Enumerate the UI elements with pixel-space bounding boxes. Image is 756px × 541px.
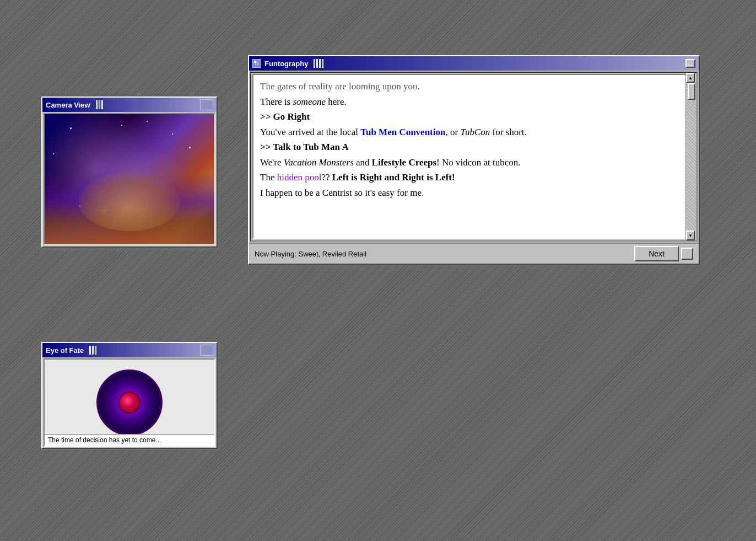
left-right-bold: Left is Right and Right is Left! — [332, 172, 455, 183]
hidden-pool: hidden pool — [277, 172, 322, 183]
next-button[interactable]: Next — [634, 246, 679, 261]
text-line1: The gates of reality are looming upon yo… — [260, 79, 688, 94]
lifestyle-creeps: Lifestyle Creeps — [372, 157, 436, 168]
camera-titlebar-widget — [200, 99, 213, 110]
now-playing-text: Now Playing: Sweet, Reviled Retail — [255, 250, 366, 258]
text-line4: We're Vacation Monsters and Lifestyle Cr… — [260, 156, 688, 170]
titlebar-left: Funtography — [252, 59, 326, 68]
text-line2: There is someone here. — [260, 95, 688, 109]
camera-content — [44, 113, 215, 245]
scrollbar: ▲ ▼ — [685, 73, 696, 240]
scroll-track — [686, 83, 696, 231]
someone-italic: someone — [293, 97, 325, 107]
vacation-monsters: Vacation Monsters — [284, 157, 354, 168]
scroll-up-button[interactable]: ▲ — [686, 73, 695, 83]
camera-window: Camera View — [41, 97, 218, 248]
funtography-statusbar: Now Playing: Sweet, Reviled Retail Next — [249, 243, 699, 264]
titlebar-buttons: ... — [685, 59, 695, 68]
eye-titlebar-widget — [200, 345, 213, 356]
camera-grip — [96, 100, 103, 109]
eye-texture — [98, 371, 161, 434]
text-line3: You've arrived at the local Tub Men Conv… — [260, 125, 688, 140]
text-line6: I happen to be a Centrist so it's easy f… — [260, 186, 688, 200]
titlebar-grip — [314, 59, 323, 68]
scroll-down-button[interactable]: ▼ — [686, 231, 695, 240]
funtography-window: Funtography ... The gates of reality are… — [248, 55, 700, 265]
camera-title: Camera View — [46, 101, 90, 109]
eye-title: Eye of Fate — [46, 346, 84, 355]
eye-grip — [89, 346, 96, 355]
eye-content: The time of decision has yet to come... — [44, 358, 215, 447]
cmd1: >> Go Right — [260, 110, 688, 124]
eye-window: Eye of Fate The time of decision has yet… — [41, 342, 218, 449]
corner-button[interactable] — [681, 248, 693, 260]
eye-titlebar-left: Eye of Fate — [46, 346, 99, 355]
funtography-icon — [252, 59, 261, 68]
camera-titlebar-left: Camera View — [46, 100, 105, 109]
text-line5: The hidden pool?? Left is Right and Righ… — [260, 170, 688, 185]
funtography-content-area: The gates of reality are looming upon yo… — [252, 74, 695, 239]
more-button[interactable]: ... — [685, 59, 695, 68]
central-mass — [79, 173, 181, 231]
camera-stars — [45, 114, 214, 244]
tubcon-italic: TubCon — [460, 127, 490, 137]
eye-caption: The time of decision has yet to come... — [45, 434, 214, 446]
svg-rect-2 — [254, 61, 256, 63]
camera-image — [45, 114, 214, 244]
funtography-text: The gates of reality are looming upon yo… — [260, 79, 688, 200]
funtography-title: Funtography — [264, 60, 308, 68]
funtography-titlebar: Funtography ... — [249, 56, 699, 71]
tub-men-link: Tub Men Convention — [360, 127, 445, 137]
camera-titlebar: Camera View — [42, 98, 217, 112]
scroll-thumb[interactable] — [688, 83, 695, 100]
cmd2: >> Talk to Tub Man A — [260, 140, 688, 154]
eye-titlebar: Eye of Fate — [42, 343, 217, 357]
eye-image — [96, 369, 163, 436]
